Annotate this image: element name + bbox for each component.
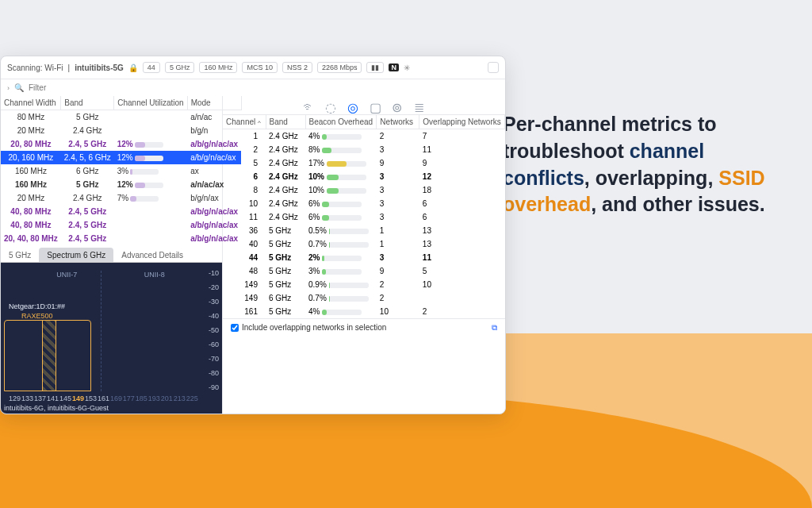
broadcast-icon[interactable]: ◌ (325, 100, 336, 111)
include-overlapping-label: Include overlapping networks in selectio… (242, 323, 386, 332)
target-icon[interactable]: ◎ (347, 100, 358, 111)
table-row[interactable]: 160 MHz5 GHz12%a/n/ac/ax (1, 178, 241, 191)
filter-input[interactable] (29, 83, 499, 92)
table-row[interactable]: 62.4 GHz10% 312 (223, 170, 505, 183)
sidebar-toggle-button[interactable] (488, 62, 499, 73)
spinner-icon: ✳ (404, 64, 410, 72)
device-icon[interactable]: ▢ (370, 100, 381, 111)
chevron-right-icon[interactable]: › (7, 84, 10, 92)
chip-band: 5 GHz (165, 62, 195, 73)
tab-5ghz[interactable]: 5 GHz (1, 248, 39, 262)
search-icon: 🔍 (14, 83, 24, 92)
table-row[interactable]: 52.4 GHz17% 99 (223, 156, 505, 170)
col-networks[interactable]: Networks (377, 115, 419, 129)
net-label-2: RAXE500 (21, 312, 53, 320)
filter-bar: › 🔍 (1, 79, 505, 96)
table-row[interactable]: 20 MHz2.4 GHzb/g/n (1, 124, 241, 137)
col-band-r[interactable]: Band (266, 115, 305, 129)
include-overlapping-checkbox[interactable] (231, 324, 239, 332)
table-row[interactable]: 102.4 GHz6% 36 (223, 197, 505, 210)
spectrum-tabs: 5 GHz Spectrum 6 GHz Advanced Details (1, 245, 222, 263)
table-row[interactable]: 20, 160 MHz2.4, 5, 6 GHz12%a/b/g/n/ac/ax (1, 151, 241, 164)
table-row[interactable]: 485 GHz3% 95 (223, 264, 505, 278)
unii8-label: UNII-8 (144, 271, 165, 279)
chip-mcs: MCS 10 (242, 62, 278, 73)
chip-rate: 2268 Mbps (317, 62, 362, 73)
details-icon[interactable]: ≣ (414, 100, 425, 111)
table-row[interactable]: 20 MHz2.4 GHz7%b/g/n/ax (1, 191, 241, 205)
table-row[interactable]: 20, 40, 80 MHz2.4, 5 GHza/b/g/n/ac/ax (1, 232, 241, 245)
table-row[interactable]: 40, 80 MHz2.4, 5 GHza/b/g/n/ac/ax (1, 218, 241, 232)
table-row[interactable]: 40, 80 MHz2.4, 5 GHza/b/g/n/ac/ax (1, 205, 241, 218)
titlebar: Scanning: Wi-Fi | intuitibits-5G 🔒 44 5 … (1, 56, 505, 79)
expand-icon[interactable]: ⧉ (492, 323, 497, 333)
table-row[interactable]: 1496 GHz0.7% 2 (223, 291, 505, 305)
table-row[interactable]: 160 MHz6 GHz3%ax (1, 164, 241, 178)
chip-channel: 44 (143, 62, 160, 73)
chip-nss: NSS 2 (282, 62, 312, 73)
toolstrip: ᯤ ◌ ◎ ▢ ⊚ ≣ (223, 96, 505, 115)
table-row[interactable]: 82.4 GHz10% 318 (223, 183, 505, 197)
col-beacon[interactable]: Beacon Overhead (305, 115, 377, 129)
n-badge: N (389, 64, 399, 71)
lock-icon: 🔒 (128, 64, 138, 72)
table-row[interactable]: 80 MHz5 GHza/n/ac (1, 110, 241, 125)
signal-icon: ▮▮ (366, 62, 384, 73)
footer-bar: Include overlapping networks in selectio… (223, 318, 505, 336)
table-row[interactable]: 445 GHz2% 311 (223, 251, 505, 264)
tab-spectrum-6ghz[interactable]: Spectrum 6 GHz (39, 248, 113, 262)
titlebar-ssid: intuitibits-5G (75, 64, 124, 72)
table-row[interactable]: 12.4 GHz4% 27 (223, 129, 505, 144)
table-row[interactable]: 365 GHz0.5% 113 (223, 224, 505, 237)
col-utilization[interactable]: Channel Utilization (114, 96, 187, 110)
table-row[interactable]: 1495 GHz0.9% 210 (223, 278, 505, 291)
tab-advanced[interactable]: Advanced Details (113, 248, 191, 262)
chip-width: 160 MHz (199, 62, 237, 73)
x-axis: 1291331371411451491531611691771851932012… (9, 394, 198, 402)
spectrum-chart[interactable]: -10-20-30-40-50-60-70-80-90 UNII-7 UNII-… (1, 263, 222, 414)
unii7-label: UNII-7 (56, 271, 77, 279)
signal-fill (42, 320, 56, 391)
col-band[interactable]: Band (61, 96, 114, 110)
table-row[interactable]: 20, 80 MHz2.4, 5 GHz12%a/b/g/n/ac/ax (1, 137, 241, 151)
networks-table[interactable]: Channel Width Band Channel Utilization M… (1, 96, 242, 245)
table-row[interactable]: 1615 GHz4% 102 (223, 305, 505, 318)
col-channel-width[interactable]: Channel Width (1, 96, 61, 110)
net-label-1: Netgear:1D:01:## (9, 302, 65, 310)
table-row[interactable]: 22.4 GHz8% 311 (223, 143, 505, 156)
app-window: Scanning: Wi-Fi | intuitibits-5G 🔒 44 5 … (0, 56, 506, 414)
promo-text: Per-channel metrics to troubleshoot chan… (503, 111, 780, 218)
table-row[interactable]: 405 GHz0.7% 113 (223, 237, 505, 251)
wifi-icon[interactable]: ᯤ (303, 100, 314, 111)
spectrum-ssid-line: intuitibits-6G, intuitibits-6G-Guest (4, 404, 109, 412)
channels-table[interactable]: Channel ^ Band Beacon Overhead Networks … (223, 115, 505, 318)
scanning-label: Scanning: Wi-Fi (7, 64, 63, 72)
y-axis: -10-20-30-40-50-60-70-80-90 (209, 269, 219, 391)
titlebar-sep: | (68, 64, 71, 72)
signal-icon[interactable]: ⊚ (392, 100, 403, 111)
table-row[interactable]: 112.4 GHz6% 36 (223, 210, 505, 224)
sort-asc-icon: ^ (258, 119, 261, 126)
col-overlapping[interactable]: Overlapping Networks (419, 115, 505, 129)
col-channel[interactable]: Channel ^ (223, 115, 266, 129)
